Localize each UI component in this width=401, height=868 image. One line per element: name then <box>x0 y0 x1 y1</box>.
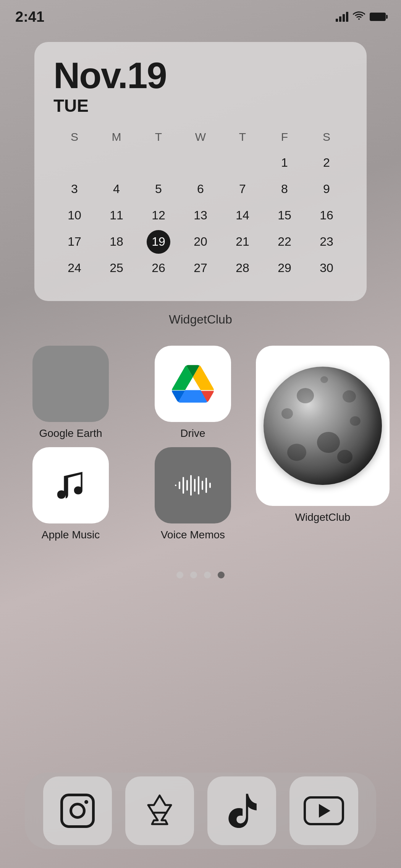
dock-item-app-store[interactable] <box>125 776 194 845</box>
cal-header-s2: S <box>306 127 348 147</box>
calendar-grid: S M T W T F S 1 2 3 4 5 6 7 8 9 <box>53 127 348 280</box>
google-earth-icon[interactable] <box>32 346 109 422</box>
signal-icon <box>336 12 348 22</box>
cal-header-m: M <box>95 127 137 147</box>
widget-club-label: WidgetClub <box>0 312 401 327</box>
widgetclub-label: WidgetClub <box>295 511 351 523</box>
app-item-drive[interactable]: Drive <box>134 346 252 440</box>
cal-week-5: 24 25 26 27 28 29 30 <box>53 256 348 280</box>
svg-marker-11 <box>319 804 330 818</box>
app-item-google-earth[interactable]: Google Earth <box>11 346 130 440</box>
page-dots <box>0 572 401 578</box>
app-item-apple-music[interactable]: Apple Music <box>11 447 130 541</box>
app-store-icon <box>141 792 179 830</box>
page-dot-1[interactable] <box>176 572 183 578</box>
widgetclub-icon[interactable] <box>256 346 390 506</box>
dock-item-youtube[interactable] <box>289 776 358 845</box>
page-dot-2[interactable] <box>190 572 197 578</box>
cal-header-t2: T <box>222 127 264 147</box>
apple-music-icon[interactable] <box>32 447 109 523</box>
page-dot-4[interactable] <box>218 572 225 578</box>
cal-header-s1: S <box>53 127 95 147</box>
apple-music-label: Apple Music <box>42 529 100 541</box>
calendar-widget: Nov.19 TUE S M T W T F S 1 2 3 4 5 6 7 <box>34 42 367 301</box>
dock-item-tiktok[interactable] <box>207 776 276 845</box>
app-item-voice-memos[interactable]: Voice Memos <box>134 447 252 541</box>
battery-icon <box>370 13 386 21</box>
tiktok-icon <box>225 792 259 830</box>
status-bar: 2:41 <box>0 0 401 27</box>
cal-week-3: 10 11 12 13 14 15 16 <box>53 203 348 228</box>
wifi-icon <box>353 11 365 23</box>
moon-image <box>264 367 382 485</box>
page-dot-3[interactable] <box>204 572 211 578</box>
calendar-header: S M T W T F S <box>53 127 348 147</box>
cal-header-f: F <box>264 127 306 147</box>
dock-item-instagram[interactable] <box>43 776 112 845</box>
google-earth-label: Google Earth <box>39 427 102 440</box>
youtube-icon <box>303 796 345 826</box>
drive-label: Drive <box>180 427 205 440</box>
instagram-icon <box>60 794 95 828</box>
app-item-widgetclub[interactable]: WidgetClub <box>256 346 390 541</box>
cal-week-1: 1 2 <box>53 150 348 175</box>
cal-header-t1: T <box>137 127 179 147</box>
cal-week-4: 17 18 19 20 21 22 23 <box>53 229 348 254</box>
drive-icon[interactable] <box>155 346 231 422</box>
dock <box>25 773 376 849</box>
cal-week-2: 3 4 5 6 7 8 9 <box>53 177 348 201</box>
calendar-day: TUE <box>53 95 348 116</box>
voice-memos-label: Voice Memos <box>161 529 225 541</box>
voice-memos-icon[interactable] <box>155 447 231 523</box>
calendar-date: Nov.19 <box>53 57 348 94</box>
calendar-today: 19 <box>137 229 179 254</box>
status-time: 2:41 <box>15 9 44 25</box>
cal-header-w: W <box>179 127 222 147</box>
app-grid: Google Earth Drive <box>11 346 390 541</box>
status-icons <box>336 11 386 23</box>
